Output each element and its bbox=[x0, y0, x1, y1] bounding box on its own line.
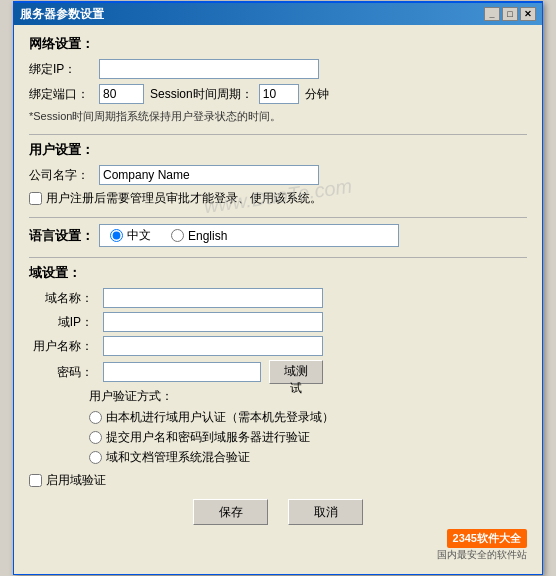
domain-grid: 域名称： 域IP： 用户名称： 密码： 域测试 bbox=[29, 288, 527, 384]
domain-ip-label: 域IP： bbox=[29, 314, 99, 331]
approval-checkbox-row: 用户注册后需要管理员审批才能登录、使用该系统。 bbox=[29, 190, 527, 207]
approval-checkbox[interactable] bbox=[29, 192, 42, 205]
language-section-label: 语言设置： bbox=[29, 227, 99, 245]
window-title: 服务器参数设置 bbox=[20, 6, 104, 23]
save-button[interactable]: 保存 bbox=[193, 499, 268, 525]
bind-port-input[interactable] bbox=[99, 84, 144, 104]
port-session-group: Session时间周期： 分钟 bbox=[99, 84, 329, 104]
bind-ip-label: 绑定IP： bbox=[29, 61, 99, 78]
logo-badge: 2345软件大全 bbox=[447, 529, 527, 548]
password-row: 域测试 bbox=[103, 360, 323, 384]
auth-option1-row: 由本机进行域用户认证（需本机先登录域） bbox=[89, 409, 527, 426]
session-period-label: Session时间周期： bbox=[150, 86, 253, 103]
chinese-option[interactable]: 中文 bbox=[110, 227, 151, 244]
approval-label: 用户注册后需要管理员审批才能登录、使用该系统。 bbox=[46, 190, 322, 207]
domain-name-input[interactable] bbox=[103, 288, 323, 308]
language-row: 语言设置： 中文 English bbox=[29, 224, 527, 247]
title-bar-controls: _ □ ✕ bbox=[484, 7, 536, 21]
auth-option3-row: 域和文档管理系统混合验证 bbox=[89, 449, 527, 466]
bind-ip-row: 绑定IP： bbox=[29, 59, 527, 79]
bind-port-label: 绑定端口： bbox=[29, 86, 99, 103]
auth-section: 用户验证方式： 由本机进行域用户认证（需本机先登录域） 提交用户名和密码到域服务… bbox=[89, 388, 527, 466]
maximize-button[interactable]: □ bbox=[502, 7, 518, 21]
bind-ip-input[interactable] bbox=[99, 59, 319, 79]
domain-name-label: 域名称： bbox=[29, 290, 99, 307]
english-radio[interactable] bbox=[171, 229, 184, 242]
divider-1 bbox=[29, 134, 527, 135]
auth-option1-label: 由本机进行域用户认证（需本机先登录域） bbox=[106, 409, 334, 426]
password-input[interactable] bbox=[103, 362, 261, 382]
domain-section: 域设置： 域名称： 域IP： 用户名称： 密码： 域测试 用户验证方式： 由本机… bbox=[29, 264, 527, 489]
logo-area: 2345软件大全 国内最安全的软件站 bbox=[29, 529, 527, 562]
language-section: 语言设置： 中文 English bbox=[29, 224, 527, 247]
domain-ip-input[interactable] bbox=[103, 312, 323, 332]
chinese-label: 中文 bbox=[127, 227, 151, 244]
divider-2 bbox=[29, 217, 527, 218]
footer-buttons: 保存 取消 bbox=[29, 499, 527, 525]
auth-radio-3[interactable] bbox=[89, 451, 102, 464]
title-bar: 服务器参数设置 _ □ ✕ bbox=[14, 3, 542, 25]
company-label: 公司名字： bbox=[29, 167, 99, 184]
divider-3 bbox=[29, 257, 527, 258]
username-input[interactable] bbox=[103, 336, 323, 356]
domain-section-label: 域设置： bbox=[29, 264, 527, 282]
language-radio-group: 中文 English bbox=[99, 224, 399, 247]
username-label: 用户名称： bbox=[29, 338, 99, 355]
auth-radio-1[interactable] bbox=[89, 411, 102, 424]
enable-domain-row: 启用域验证 bbox=[29, 472, 527, 489]
chinese-radio[interactable] bbox=[110, 229, 123, 242]
auth-radio-2[interactable] bbox=[89, 431, 102, 444]
network-section-label: 网络设置： bbox=[29, 35, 527, 53]
company-row: 公司名字： bbox=[29, 165, 527, 185]
session-unit: 分钟 bbox=[305, 86, 329, 103]
enable-domain-checkbox[interactable] bbox=[29, 474, 42, 487]
network-section: 网络设置： 绑定IP： 绑定端口： Session时间周期： 分钟 *Sessi… bbox=[29, 35, 527, 124]
auth-option3-label: 域和文档管理系统混合验证 bbox=[106, 449, 250, 466]
main-window: 服务器参数设置 _ □ ✕ www.DuoTe.com 网络设置： 绑定IP： … bbox=[13, 1, 543, 575]
minimize-button[interactable]: _ bbox=[484, 7, 500, 21]
auth-option2-row: 提交用户名和密码到域服务器进行验证 bbox=[89, 429, 527, 446]
company-input[interactable] bbox=[99, 165, 319, 185]
auth-option2-label: 提交用户名和密码到域服务器进行验证 bbox=[106, 429, 310, 446]
english-option[interactable]: English bbox=[171, 229, 227, 243]
enable-domain-label: 启用域验证 bbox=[46, 472, 106, 489]
logo-sub: 国内最安全的软件站 bbox=[437, 548, 527, 562]
session-input[interactable] bbox=[259, 84, 299, 104]
bind-port-row: 绑定端口： Session时间周期： 分钟 bbox=[29, 84, 527, 104]
user-section-label: 用户设置： bbox=[29, 141, 527, 159]
dialog-content: www.DuoTe.com 网络设置： 绑定IP： 绑定端口： Session时… bbox=[14, 25, 542, 574]
logo-block: 2345软件大全 国内最安全的软件站 bbox=[437, 529, 527, 562]
close-button[interactable]: ✕ bbox=[520, 7, 536, 21]
domain-test-button[interactable]: 域测试 bbox=[269, 360, 323, 384]
password-label: 密码： bbox=[29, 364, 99, 381]
cancel-button[interactable]: 取消 bbox=[288, 499, 363, 525]
session-note: *Session时间周期指系统保持用户登录状态的时间。 bbox=[29, 109, 527, 124]
user-section: 用户设置： 公司名字： 用户注册后需要管理员审批才能登录、使用该系统。 bbox=[29, 141, 527, 207]
english-label: English bbox=[188, 229, 227, 243]
